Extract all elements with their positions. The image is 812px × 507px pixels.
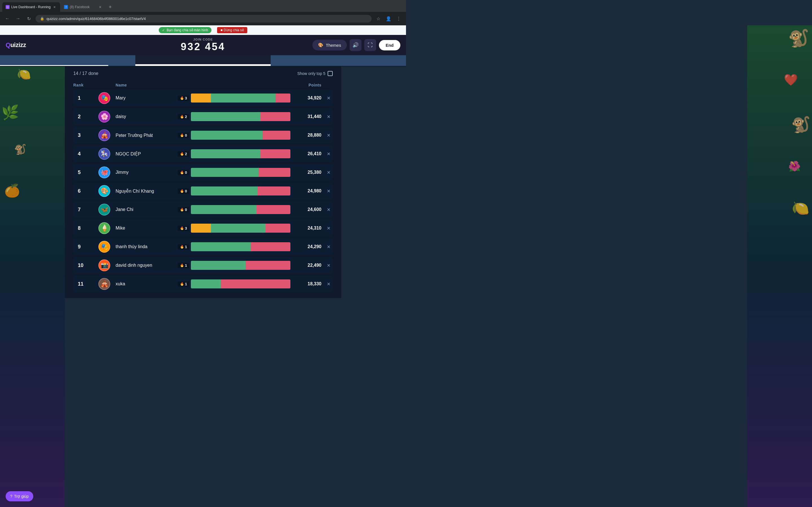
progress-tab-1[interactable] bbox=[0, 55, 135, 66]
remove-button[interactable]: ✕ bbox=[324, 244, 333, 249]
progress-fill-1 bbox=[0, 65, 108, 66]
avatar-emoji: 🎪 bbox=[101, 280, 108, 288]
end-button[interactable]: End bbox=[379, 40, 400, 50]
streak-badge: 🔥 2 bbox=[177, 114, 189, 119]
forward-button[interactable]: → bbox=[14, 15, 22, 22]
bar-green bbox=[211, 224, 266, 233]
lock-icon: 🔒 bbox=[40, 17, 44, 20]
tab-facebook[interactable]: f (8) Facebook × bbox=[61, 2, 106, 12]
tab-close-live[interactable]: × bbox=[52, 5, 57, 9]
player-name: Jane Chi bbox=[113, 207, 177, 212]
rank-cell: 11 bbox=[73, 281, 96, 287]
streak-badge: 🔥 1 bbox=[177, 263, 189, 268]
table-row: 10 📸 david dinh nguyen 🔥 1 22,490 ✕ bbox=[73, 257, 333, 274]
name-header: Name bbox=[113, 83, 177, 87]
sound-button[interactable]: 🔊 bbox=[350, 39, 361, 51]
score-bar bbox=[191, 168, 290, 177]
remove-button[interactable]: ✕ bbox=[324, 263, 333, 268]
fire-icon: 🔥 bbox=[180, 226, 184, 230]
bar-cell: 🔥 0 bbox=[177, 131, 290, 140]
streak-count: 0 bbox=[185, 170, 187, 175]
table-header: Rank Name Points bbox=[65, 80, 341, 90]
tab-label-fb: (8) Facebook bbox=[70, 5, 90, 9]
show-top-5-control[interactable]: Show only top 5 bbox=[297, 71, 333, 76]
remove-button[interactable]: ✕ bbox=[324, 281, 333, 287]
avatar-header bbox=[96, 83, 113, 87]
table-row: 1 🎭 Mary 🔥 3 34,920 ✕ bbox=[73, 90, 333, 107]
player-name: Peter Trường Phát bbox=[113, 133, 177, 138]
score-bar bbox=[191, 261, 290, 270]
bar-cell: 🔥 2 bbox=[177, 112, 290, 121]
bar-red bbox=[257, 205, 290, 214]
tab-label-live: Live Dashboard - Running bbox=[11, 5, 50, 9]
sharing-bar: ✓ Bạn đang chia sẻ màn hình ■ Dừng chia … bbox=[0, 25, 406, 35]
remove-button[interactable]: ✕ bbox=[324, 133, 333, 138]
fullscreen-icon: ⛶ bbox=[368, 42, 373, 48]
rank-cell: 10 bbox=[73, 263, 96, 269]
bar-red bbox=[275, 94, 290, 103]
player-name: Nguyễn Chí Khang bbox=[113, 188, 177, 194]
top-5-checkbox[interactable] bbox=[327, 71, 333, 76]
points-header: Points bbox=[290, 83, 324, 87]
profile-icon[interactable]: 👤 bbox=[385, 15, 393, 22]
back-button[interactable]: ← bbox=[3, 15, 11, 22]
bar-cell: 🔥 1 bbox=[177, 261, 290, 270]
rank-cell: 6 bbox=[73, 188, 96, 194]
tab-bar: Q Live Dashboard - Running × f (8) Faceb… bbox=[0, 0, 406, 12]
remove-button[interactable]: ✕ bbox=[324, 96, 333, 101]
points-cell: 24,600 bbox=[290, 207, 324, 212]
rank-cell: 9 bbox=[73, 244, 96, 250]
reload-button[interactable]: ↻ bbox=[25, 15, 33, 22]
address-bar-row: ← → ↻ 🔒 quizizz.com/admin/quiz/61468406b… bbox=[0, 12, 406, 25]
fire-icon: 🔥 bbox=[180, 208, 184, 212]
bar-orange bbox=[191, 94, 211, 103]
streak-count: 2 bbox=[185, 115, 187, 119]
table-row: 8 🍦 Mike 🔥 3 24,310 ✕ bbox=[73, 220, 333, 237]
done-text: 14 / 17 done bbox=[73, 71, 98, 76]
quizizz-logo[interactable]: Quizizz bbox=[6, 41, 26, 49]
themes-button[interactable]: 🎨 Themes bbox=[312, 40, 347, 50]
streak-badge: 🔥 0 bbox=[177, 133, 189, 138]
bar-red bbox=[260, 149, 290, 158]
bar-red bbox=[260, 112, 290, 121]
bookmark-icon[interactable]: ☆ bbox=[374, 15, 382, 22]
streak-badge: 🔥 0 bbox=[177, 170, 189, 175]
remove-button[interactable]: ✕ bbox=[324, 188, 333, 194]
menu-icon[interactable]: ⋮ bbox=[395, 15, 403, 22]
address-bar[interactable]: 🔒 quizizz.com/admin/quiz/61468406b4f0860… bbox=[36, 15, 371, 22]
bar-cell: 🔥 0 bbox=[177, 186, 290, 195]
table-row: 2 🌸 daisy 🔥 2 31,440 ✕ bbox=[73, 108, 333, 125]
avatar-cell: 🐙 bbox=[96, 166, 113, 178]
remove-button[interactable]: ✕ bbox=[324, 226, 333, 231]
avatar-cell: 🎭 bbox=[96, 92, 113, 104]
bar-cell: 🔥 0 bbox=[177, 205, 290, 214]
avatar-cell: 🎠 bbox=[96, 148, 113, 160]
streak-count: 1 bbox=[185, 245, 187, 249]
logo-q: Q bbox=[6, 41, 10, 48]
fullscreen-button[interactable]: ⛶ bbox=[364, 39, 376, 51]
remove-button[interactable]: ✕ bbox=[324, 207, 333, 212]
streak-count: 0 bbox=[185, 208, 187, 212]
bar-cell: 🔥 1 bbox=[177, 279, 290, 288]
avatar: 📸 bbox=[98, 260, 110, 271]
streak-count: 0 bbox=[185, 189, 187, 193]
progress-tab-2[interactable] bbox=[135, 55, 271, 66]
remove-button[interactable]: ✕ bbox=[324, 170, 333, 175]
avatar-emoji: 🐙 bbox=[101, 169, 108, 176]
avatar: 🎨 bbox=[98, 185, 110, 197]
bar-green bbox=[191, 112, 260, 121]
bar-red bbox=[251, 242, 290, 251]
remove-button[interactable]: ✕ bbox=[324, 151, 333, 157]
stop-sharing-button[interactable]: ■ Dừng chia sẻ bbox=[217, 27, 247, 33]
sharing-check-icon: ✓ bbox=[162, 28, 165, 32]
tab-close-fb[interactable]: × bbox=[98, 5, 102, 9]
tab-live-dashboard[interactable]: Q Live Dashboard - Running × bbox=[2, 2, 60, 12]
progress-tab-3[interactable] bbox=[271, 55, 406, 66]
avatar: 🎭 bbox=[98, 241, 110, 252]
bar-cell: 🔥 1 bbox=[177, 242, 290, 251]
new-tab-button[interactable]: + bbox=[106, 3, 114, 11]
remove-button[interactable]: ✕ bbox=[324, 114, 333, 119]
rank-cell: 1 bbox=[73, 95, 96, 101]
score-bar bbox=[191, 149, 290, 158]
player-name: NGỌC DIỆP bbox=[113, 151, 177, 157]
